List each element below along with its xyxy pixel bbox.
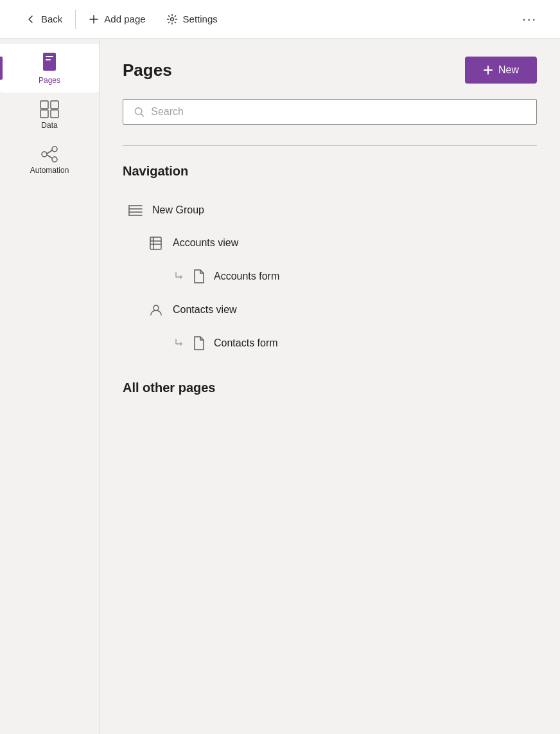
nav-item-accounts-view[interactable]: Accounts view — [123, 226, 537, 260]
nav-item-accounts-view-label: Accounts view — [173, 237, 238, 249]
sidebar-item-pages[interactable]: Pages — [0, 44, 99, 93]
contact-icon — [148, 302, 164, 318]
nav-item-contacts-view-label: Contacts view — [173, 304, 237, 316]
svg-point-0 — [170, 17, 173, 21]
svg-rect-4 — [40, 101, 48, 109]
section-divider — [123, 145, 537, 146]
add-icon — [89, 14, 99, 24]
content-area: Pages New Navigation — [100, 39, 560, 734]
svg-rect-3 — [46, 59, 51, 60]
sidebar: Pages Data Automation — [0, 39, 100, 734]
view-icon — [148, 235, 164, 251]
nav-group: New Group Accounts view — [123, 194, 537, 360]
sidebar-item-automation-label: Automation — [30, 166, 69, 175]
toolbar: Back Add page Settings ··· — [0, 0, 560, 39]
nav-item-contacts-form-label: Contacts form — [214, 337, 278, 349]
sidebar-item-data-label: Data — [41, 121, 57, 130]
svg-rect-1 — [43, 53, 56, 71]
main-layout: Pages Data Automation P — [0, 39, 560, 734]
back-label: Back — [41, 13, 62, 24]
sub-arrow-icon — [174, 271, 186, 282]
nav-item-accounts-form-label: Accounts form — [214, 271, 279, 282]
sub-arrow-icon-2 — [174, 337, 186, 349]
group-icon — [128, 203, 143, 217]
pages-icon — [40, 51, 58, 73]
sidebar-item-automation[interactable]: Automation — [0, 138, 99, 183]
new-button-label: New — [498, 64, 519, 76]
settings-button[interactable]: Settings — [156, 8, 228, 30]
svg-rect-21 — [150, 237, 153, 241]
all-other-pages-title: All other pages — [123, 380, 537, 395]
sidebar-item-data[interactable]: Data — [0, 93, 99, 138]
settings-icon — [166, 13, 178, 25]
contacts-form-icon — [192, 336, 205, 351]
search-icon — [134, 106, 144, 118]
sidebar-item-pages-label: Pages — [39, 76, 60, 85]
svg-point-11 — [135, 108, 142, 115]
svg-point-22 — [153, 305, 159, 310]
svg-rect-5 — [51, 101, 58, 109]
svg-point-8 — [42, 152, 47, 157]
page-title: Pages — [123, 60, 172, 80]
pages-header: Pages New — [123, 57, 537, 84]
automation-icon — [40, 145, 59, 163]
more-icon: ··· — [522, 12, 537, 26]
toolbar-divider — [75, 10, 76, 29]
back-icon — [26, 14, 36, 24]
svg-rect-2 — [46, 56, 53, 57]
navigation-section: Navigation New Group — [123, 164, 537, 360]
nav-item-contacts-form[interactable]: Contacts form — [123, 327, 537, 360]
add-page-label: Add page — [104, 13, 145, 24]
search-container — [123, 99, 537, 125]
svg-point-9 — [52, 147, 57, 152]
settings-label: Settings — [183, 13, 218, 24]
svg-point-10 — [52, 157, 57, 162]
plus-icon — [483, 65, 493, 75]
search-input[interactable] — [151, 106, 526, 118]
new-button[interactable]: New — [465, 57, 537, 84]
back-button[interactable]: Back — [15, 8, 73, 30]
nav-item-new-group[interactable]: New Group — [123, 194, 537, 226]
nav-item-contacts-view[interactable]: Contacts view — [123, 293, 537, 327]
nav-item-accounts-form[interactable]: Accounts form — [123, 260, 537, 293]
navigation-title: Navigation — [123, 164, 537, 179]
add-page-button[interactable]: Add page — [78, 8, 155, 30]
svg-rect-6 — [40, 110, 48, 118]
more-button[interactable]: ··· — [514, 6, 545, 31]
form-icon — [192, 269, 205, 284]
data-icon — [40, 100, 59, 118]
svg-rect-7 — [51, 110, 58, 118]
nav-item-new-group-label: New Group — [152, 204, 204, 216]
